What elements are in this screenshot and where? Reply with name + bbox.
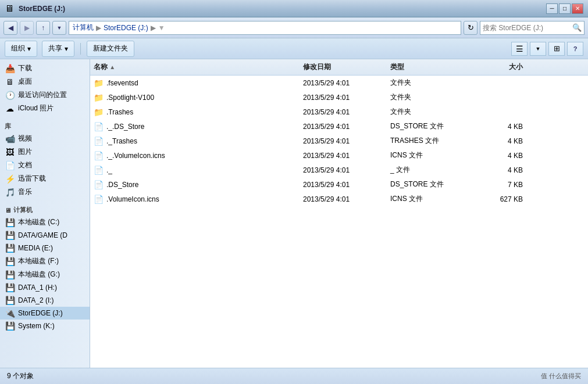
sidebar-item-thunder[interactable]: ⚡ 迅雷下载 <box>0 172 90 185</box>
address-bar: ◀ ▶ ↑ ▼ 计算机 ▶ StorEDGE (J:) ▶ ▼ ↻ 🔍 <box>0 17 588 38</box>
sidebar-item-drive-j[interactable]: 🔌 StorEDGE (J:) <box>0 307 90 320</box>
sort-arrow: ▲ <box>109 64 115 70</box>
desktop-icon: 🖥 <box>5 77 15 87</box>
col-header-name[interactable]: 名称 ▲ <box>90 61 300 73</box>
sidebar-item-documents[interactable]: 📄 文档 <box>0 159 90 172</box>
file-date-cell: 2013/5/29 4:01 <box>300 165 387 175</box>
sidebar-item-video[interactable]: 📹 视频 <box>0 132 90 145</box>
sidebar-item-desktop[interactable]: 🖥 桌面 <box>0 75 90 88</box>
folder-icon: 📁 <box>94 93 104 102</box>
breadcrumb-drive[interactable]: StorEDGE (J:) <box>104 24 148 32</box>
file-name-label: ._Trashes <box>106 137 137 145</box>
organize-button[interactable]: 组织 ▾ <box>5 41 37 57</box>
computer-icon-sm: 🖥 <box>5 207 11 214</box>
file-type-cell: TRASHES 文件 <box>387 135 480 147</box>
file-name-label: .Spotlight-V100 <box>106 94 154 102</box>
sidebar-item-recent[interactable]: 🕐 最近访问的位置 <box>0 88 90 102</box>
window-icon: 🖥 <box>5 3 14 14</box>
preview-pane-button[interactable]: ⊞ <box>548 42 565 56</box>
close-button[interactable]: ✕ <box>572 3 583 14</box>
table-row[interactable]: 📁 .Spotlight-V100 2013/5/29 4:01 文件夹 <box>90 90 588 105</box>
sidebar-item-drive-c[interactable]: 💾 本地磁盘 (C:) <box>0 216 90 229</box>
breadcrumb-computer[interactable]: 计算机 <box>73 23 94 33</box>
sidebar: 📥 下载 🖥 桌面 🕐 最近访问的位置 ☁ iCloud 照片 库 📹 视频 🖼… <box>0 59 90 368</box>
file-size-cell: 4 KB <box>480 165 526 175</box>
watermark: 值 什么值得买 <box>541 372 581 381</box>
music-icon: 🎵 <box>5 188 15 197</box>
help-button[interactable]: ? <box>567 42 583 56</box>
thunder-icon: ⚡ <box>5 174 15 184</box>
sidebar-item-icloud[interactable]: ☁ iCloud 照片 <box>0 102 90 115</box>
sidebar-item-drive-g[interactable]: 💾 本地磁盘 (G:) <box>0 268 90 281</box>
drive-c-icon: 💾 <box>5 218 15 227</box>
icloud-icon: ☁ <box>5 104 15 113</box>
drive-d-icon: 💾 <box>5 231 15 240</box>
sidebar-item-pictures[interactable]: 🖼 图片 <box>0 145 90 159</box>
search-box: 🔍 <box>480 21 585 35</box>
table-row[interactable]: 📄 ._.VolumeIcon.icns 2013/5/29 4:01 ICNS… <box>90 148 588 163</box>
file-icon: 📄 <box>94 137 104 146</box>
new-folder-button[interactable]: 新建文件夹 <box>87 41 134 57</box>
recent-locations-button[interactable]: ▼ <box>52 21 66 35</box>
col-header-size[interactable]: 大小 <box>480 61 526 73</box>
file-size-cell: 4 KB <box>480 136 526 146</box>
download-icon: 📥 <box>5 64 15 73</box>
table-row[interactable]: 📄 ._ 2013/5/29 4:01 _ 文件 4 KB <box>90 163 588 177</box>
sidebar-item-drive-h[interactable]: 💾 DATA_1 (H:) <box>0 281 90 294</box>
file-name-label: .DS_Store <box>106 181 138 189</box>
file-name-cell: 📁 .fseventsd <box>90 77 300 89</box>
file-name-label: .fseventsd <box>106 79 138 87</box>
table-row[interactable]: 📁 .Trashes 2013/5/29 4:01 文件夹 <box>90 105 588 119</box>
maximize-button[interactable]: □ <box>559 3 571 14</box>
file-type-cell: DS_STORE 文件 <box>387 120 480 132</box>
table-row[interactable]: 📄 ._Trashes 2013/5/29 4:01 TRASHES 文件 4 … <box>90 134 588 148</box>
library-header-label: 库 <box>5 122 11 131</box>
file-date-cell: 2013/5/29 4:01 <box>300 194 387 204</box>
file-name-label: .Trashes <box>106 108 133 116</box>
search-input[interactable] <box>483 24 572 32</box>
col-header-type[interactable]: 类型 <box>387 61 480 73</box>
sidebar-item-music[interactable]: 🎵 音乐 <box>0 185 90 199</box>
file-name-cell: 📁 .Trashes <box>90 106 300 118</box>
sidebar-item-drive-d[interactable]: 💾 DATA/GAME (D <box>0 229 90 242</box>
sidebar-item-drive-i[interactable]: 💾 DATA_2 (I:) <box>0 294 90 307</box>
up-button[interactable]: ↑ <box>36 21 50 35</box>
col-header-date[interactable]: 修改日期 <box>300 61 387 73</box>
file-size-cell <box>480 96 526 99</box>
forward-button[interactable]: ▶ <box>20 21 34 35</box>
video-icon: 📹 <box>5 134 15 143</box>
file-name-cell: 📁 .Spotlight-V100 <box>90 92 300 103</box>
main-area: 📥 下载 🖥 桌面 🕐 最近访问的位置 ☁ iCloud 照片 库 📹 视频 🖼… <box>0 59 588 368</box>
sidebar-item-download[interactable]: 📥 下载 <box>0 62 90 75</box>
table-row[interactable]: 📄 .DS_Store 2013/5/29 4:01 DS_STORE 文件 7… <box>90 177 588 192</box>
file-date-cell: 2013/5/29 4:01 <box>300 150 387 161</box>
drive-f-icon: 💾 <box>5 257 15 266</box>
drive-k-icon: 💾 <box>5 321 15 331</box>
view-toggle-button[interactable]: ▼ <box>530 42 546 56</box>
table-row[interactable]: 📄 ._.DS_Store 2013/5/29 4:01 DS_STORE 文件… <box>90 119 588 134</box>
file-name-cell: 📄 ._Trashes <box>90 135 300 147</box>
sidebar-item-drive-f[interactable]: 💾 本地磁盘 (F:) <box>0 254 90 268</box>
refresh-button[interactable]: ↻ <box>464 21 477 35</box>
organize-arrow: ▾ <box>27 45 31 53</box>
table-row[interactable]: 📁 .fseventsd 2013/5/29 4:01 文件夹 <box>90 76 588 90</box>
file-list-body: 📁 .fseventsd 2013/5/29 4:01 文件夹 📁 .Spotl… <box>90 76 588 368</box>
minimize-button[interactable]: ─ <box>546 3 558 14</box>
file-pane: 名称 ▲ 修改日期 类型 大小 📁 .fseventsd 2013/5/29 4… <box>90 59 588 368</box>
sidebar-item-drive-k[interactable]: 💾 System (K:) <box>0 320 90 332</box>
file-date-cell: 2013/5/29 4:01 <box>300 78 387 88</box>
file-name-label: ._ <box>106 166 112 174</box>
file-date-cell: 2013/5/29 4:01 <box>300 180 387 190</box>
recent-icon: 🕐 <box>5 91 15 100</box>
share-arrow: ▾ <box>65 45 68 53</box>
file-type-cell: 文件夹 <box>387 106 480 118</box>
table-row[interactable]: 📄 .VolumeIcon.icns 2013/5/29 4:01 ICNS 文… <box>90 192 588 206</box>
file-icon: 📄 <box>94 166 104 175</box>
view-details-button[interactable]: ☰ <box>511 42 528 56</box>
file-name-label: ._.DS_Store <box>106 123 144 131</box>
sidebar-item-drive-e[interactable]: 💾 MEDIA (E:) <box>0 242 90 254</box>
file-type-cell: DS_STORE 文件 <box>387 178 480 191</box>
back-button[interactable]: ◀ <box>3 21 17 35</box>
folder-icon: 📁 <box>94 107 104 117</box>
share-button[interactable]: 共享 ▾ <box>42 41 74 57</box>
